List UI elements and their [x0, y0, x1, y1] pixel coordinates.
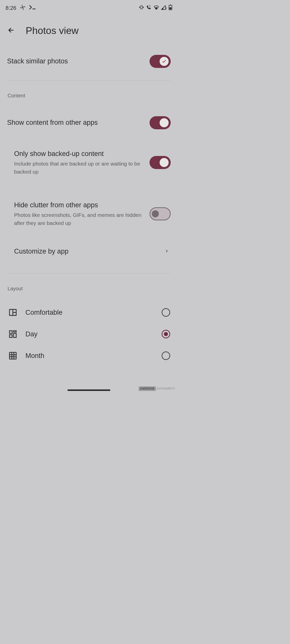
status-bar: 8:26	[0, 0, 178, 14]
section-header-layout: Layout	[0, 274, 178, 297]
month-layout-icon	[9, 352, 17, 360]
svg-point-3	[166, 9, 166, 10]
status-time: 8:26	[6, 5, 16, 11]
layout-option-comfortable[interactable]: Comfortable	[0, 302, 178, 323]
day-layout-icon	[9, 330, 17, 338]
status-right	[139, 5, 172, 11]
setting-description: Include photos that are backed up or are…	[14, 160, 144, 176]
check-icon	[162, 59, 167, 64]
setting-backed-up[interactable]: Only show backed-up content Include phot…	[0, 142, 178, 183]
setting-label: Only show backed-up content	[14, 149, 144, 158]
header: Photos view	[0, 14, 178, 42]
svg-rect-10	[14, 331, 16, 332]
svg-rect-12	[10, 352, 16, 359]
layout-label: Month	[25, 352, 153, 360]
radio-month[interactable]	[162, 351, 170, 360]
svg-rect-5	[170, 5, 171, 5]
arrow-left-icon	[8, 26, 15, 34]
comfortable-layout-icon	[9, 308, 17, 316]
setting-label: Hide clutter from other apps	[14, 201, 144, 210]
signal-icon	[161, 5, 167, 11]
toggle-show-other-apps[interactable]	[150, 116, 171, 129]
watermark: ANDROIDAUTHORITY	[139, 387, 175, 390]
layout-option-day[interactable]: Day	[0, 323, 178, 345]
svg-rect-1	[141, 6, 142, 9]
radio-day[interactable]	[162, 330, 170, 338]
toggle-hide-clutter[interactable]	[150, 207, 171, 220]
terminal-icon	[29, 5, 36, 11]
pinwheel-icon	[20, 5, 25, 11]
radio-comfortable[interactable]	[162, 308, 170, 317]
layout-label: Comfortable	[25, 309, 153, 316]
setting-hide-clutter[interactable]: Hide clutter from other apps Photos like…	[0, 193, 178, 234]
svg-rect-0	[32, 9, 35, 9]
svg-rect-9	[10, 335, 12, 338]
page-title: Photos view	[26, 25, 79, 36]
battery-icon	[169, 5, 172, 11]
setting-stack-similar[interactable]: Stack similar photos	[0, 47, 178, 75]
setting-label: Show content from other apps	[7, 118, 98, 127]
toggle-backed-up[interactable]	[150, 156, 171, 169]
setting-customize-by-app[interactable]: Customize by app	[0, 239, 178, 263]
svg-rect-2	[166, 7, 166, 9]
setting-show-other-apps[interactable]: Show content from other apps	[0, 109, 178, 137]
wifi-icon	[154, 5, 159, 11]
setting-label: Customize by app	[14, 247, 68, 256]
svg-rect-8	[10, 331, 12, 334]
navigation-handle[interactable]	[67, 389, 110, 391]
back-button[interactable]	[8, 26, 15, 35]
chevron-right-icon	[165, 249, 169, 254]
status-left: 8:26	[6, 5, 36, 11]
section-header-content: Content	[0, 81, 178, 104]
wifi-call-icon	[146, 5, 152, 11]
setting-label: Stack similar photos	[7, 57, 68, 66]
setting-description: Photos like screenshots, GIFs, and memes…	[14, 211, 144, 227]
toggle-stack-similar[interactable]	[150, 55, 171, 68]
layout-option-month[interactable]: Month	[0, 345, 178, 367]
layout-label: Day	[25, 330, 153, 338]
svg-rect-6	[169, 7, 171, 9]
vibrate-icon	[139, 5, 144, 11]
svg-rect-11	[14, 334, 16, 338]
